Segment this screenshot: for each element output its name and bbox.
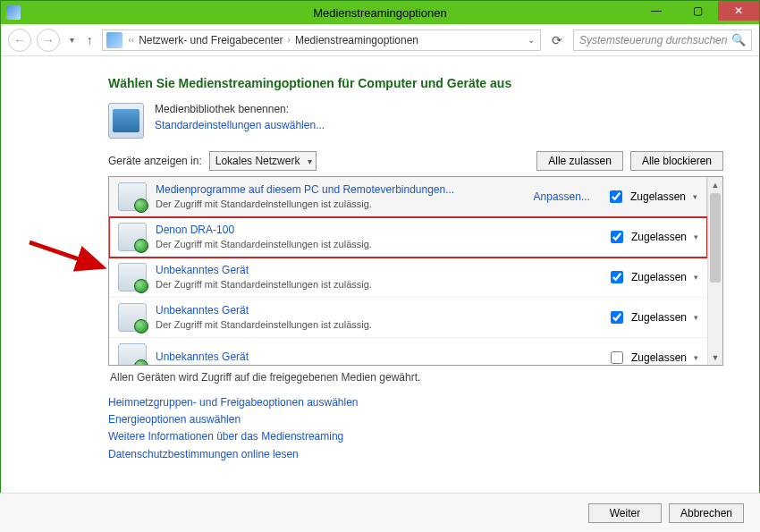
cancel-button[interactable]: Abbrechen [669,503,744,523]
nav-back-button[interactable]: ← [8,29,31,52]
related-links: Heimnetzgruppen- und Freigabeoptionen au… [108,394,723,463]
device-text: Denon DRA-100Der Zugriff mit Standardein… [156,224,598,250]
device-row[interactable]: Unbekanntes GerätZugelassen▾ [109,338,707,365]
maximize-button[interactable]: ▢ [677,1,718,21]
chevron-down-icon: ▾ [694,273,698,282]
library-row: Medienbibliothek benennen: Standardeinst… [108,103,723,139]
allowed-label: Zugelassen [631,311,687,324]
device-desc: Der Zugriff mit Standardeinstellungen is… [156,318,598,331]
search-placeholder: Systemsteuerung durchsuchen [579,34,727,46]
device-icon [118,182,147,211]
breadcrumb-item-1[interactable]: Netzwerk- und Freigabecenter [139,34,283,46]
network-scope-select[interactable]: Lokales Netzwerk ▾ [209,151,317,171]
device-row[interactable]: Unbekanntes GerätDer Zugriff mit Standar… [109,258,707,298]
allowed-toggle[interactable]: Zugelassen▾ [606,188,697,206]
allowed-checkbox[interactable] [611,231,623,243]
scroll-up-button[interactable]: ▲ [708,177,722,192]
filter-label: Geräte anzeigen in: [108,155,202,167]
device-icon [118,263,147,291]
allowed-checkbox[interactable] [610,190,622,203]
chevron-down-icon: ▾ [308,156,312,166]
minimize-button[interactable]: — [636,1,677,21]
block-all-button[interactable]: Alle blockieren [630,151,723,171]
annotation-arrow-icon [26,235,115,280]
device-desc: Der Zugriff mit Standardeinstellungen is… [156,238,598,250]
refresh-button[interactable]: ⟳ [546,30,568,51]
chevron-down-icon: ▾ [694,353,698,362]
nav-up-button[interactable]: ↑ [83,33,97,46]
scrollbar[interactable]: ▲ ▼ [707,177,722,365]
device-row[interactable]: Denon DRA-100Der Zugriff mit Standardein… [109,217,707,258]
device-desc: Der Zugriff mit Standardeinstellungen is… [156,198,525,210]
titlebar: Medienstreamingoptionen — ▢ ✕ [1,1,759,24]
chevron-down-icon: ▾ [693,192,697,201]
device-text: Unbekanntes Gerät [156,350,598,365]
allowed-checkbox[interactable] [611,351,623,364]
filter-row: Geräte anzeigen in: Lokales Netzwerk ▾ A… [108,151,723,171]
breadcrumb-item-2[interactable]: Medienstreamingoptionen [295,34,418,46]
next-button[interactable]: Weiter [588,503,662,523]
nav-forward-button[interactable]: → [37,29,60,52]
allowed-label: Zugelassen [631,231,687,243]
allowed-label: Zugelassen [630,190,686,203]
allowed-toggle[interactable]: Zugelassen▾ [607,308,698,326]
scroll-thumb[interactable] [710,193,721,283]
chevron-down-icon: ▾ [694,232,698,241]
scroll-down-button[interactable]: ▼ [708,350,722,365]
device-text: Unbekanntes GerätDer Zugriff mit Standar… [156,264,598,291]
allowed-toggle[interactable]: Zugelassen▾ [607,349,698,365]
navbar: ← → ▾ ↑ ‹‹ Netzwerk- und Freigabecenter … [1,24,759,56]
allowed-toggle[interactable]: Zugelassen▾ [607,268,698,286]
device-name-link[interactable]: Unbekanntes Gerät [156,264,598,278]
allowed-checkbox[interactable] [611,311,623,324]
device-name-link[interactable]: Unbekanntes Gerät [156,304,598,318]
chevron-down-icon[interactable]: ⌄ [528,35,535,45]
nav-history-dropdown[interactable]: ▾ [65,29,78,52]
library-label: Medienbibliothek benennen: [155,103,325,115]
homegroup-link[interactable]: Heimnetzgruppen- und Freigabeoptionen au… [108,394,723,411]
breadcrumb-icon [106,32,122,48]
device-name-link[interactable]: Denon DRA-100 [156,224,598,238]
privacy-link[interactable]: Datenschutzbestimmungen online lesen [108,446,723,463]
allowed-label: Zugelassen [631,351,687,364]
chevron-down-icon: ▾ [694,313,698,322]
device-text: Unbekanntes GerätDer Zugriff mit Standar… [156,304,598,331]
device-desc: Der Zugriff mit Standardeinstellungen is… [156,278,598,291]
device-name-link[interactable]: Medienprogramme auf diesem PC und Remote… [156,183,525,198]
customize-link[interactable]: Anpassen... [534,190,590,203]
default-settings-link[interactable]: Standardeinstellungen auswählen... [155,119,325,131]
more-info-link[interactable]: Weitere Informationen über das Medienstr… [108,428,723,445]
svg-line-0 [30,242,103,267]
app-icon [6,5,21,20]
device-text: Medienprogramme auf diesem PC und Remote… [156,183,525,210]
network-scope-value: Lokales Netzwerk [215,155,300,167]
device-row[interactable]: Medienprogramme auf diesem PC und Remote… [109,177,707,217]
device-icon [118,303,147,332]
chevron-right-icon: › [283,35,295,45]
content-area: Wählen Sie Medienstreamingoptionen für C… [1,56,759,463]
power-options-link[interactable]: Energieoptionen auswählen [108,411,723,428]
library-icon [108,103,144,139]
chevron-right-icon: ‹‹ [124,35,139,45]
device-row[interactable]: Unbekanntes GerätDer Zugriff mit Standar… [109,298,707,338]
device-icon [118,343,147,365]
window-controls: — ▢ ✕ [636,1,759,21]
device-icon [118,223,147,251]
search-icon: 🔍 [731,33,746,46]
allowed-label: Zugelassen [631,271,687,283]
allowed-checkbox[interactable] [611,271,623,283]
search-input[interactable]: Systemsteuerung durchsuchen 🔍 [573,30,752,51]
device-list: Medienprogramme auf diesem PC und Remote… [108,176,723,366]
allow-all-button[interactable]: Alle zulassen [536,151,623,171]
footer: Weiter Abbrechen [0,493,760,532]
allowed-toggle[interactable]: Zugelassen▾ [607,228,698,246]
status-text: Allen Geräten wird Zugriff auf die freig… [110,371,722,384]
page-title: Wählen Sie Medienstreamingoptionen für C… [108,76,723,90]
device-name-link[interactable]: Unbekanntes Gerät [156,350,598,365]
breadcrumb[interactable]: ‹‹ Netzwerk- und Freigabecenter › Medien… [102,30,542,51]
close-button[interactable]: ✕ [718,1,759,21]
